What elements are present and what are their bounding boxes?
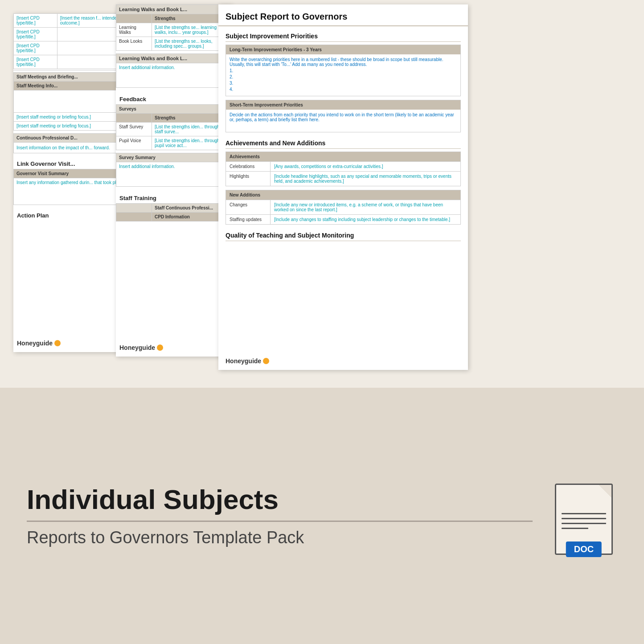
staffing-text: [Include any changes to staffing includi… <box>271 215 461 225</box>
longterm-item-2: 2. <box>230 74 457 79</box>
doc-icon-body: DOC <box>555 484 613 555</box>
honeyguide-logo-p2: Honeyguide <box>119 344 155 351</box>
document-page-2: Learning Walks and Book L... Strengths L… <box>116 4 232 357</box>
staff-meeting-row-2: [Insert staff meeting or briefing focus.… <box>14 122 129 131</box>
link-governor-title: Link Governor Visit... <box>13 157 129 169</box>
additional-info-text: Insert additional information. <box>116 63 232 88</box>
document-preview-area: [Insert CPD type/title.] [Insert the rea… <box>0 0 644 388</box>
report-title: Subject Report to Governors <box>218 4 468 26</box>
governor-summary-header: Governor Visit Summary <box>14 169 129 178</box>
highlights-label: Highlights <box>226 172 271 186</box>
achievements-section-title: Achievements and New Additions <box>218 137 468 148</box>
pupil-voice-label: Pupil Voice <box>116 136 152 150</box>
book-looks-label: Book Looks <box>116 37 152 51</box>
lw-book-header-2: Learning Walks and Book L... <box>116 54 232 63</box>
celebrations-label: Celebrations <box>226 162 271 172</box>
staff-survey-label: Staff Survey <box>116 123 152 136</box>
longterm-item-4: 4. <box>230 87 457 92</box>
changes-text: [Include any new or introduced items, e.… <box>271 200 461 215</box>
staff-meetings-header: Staff Meetings and Briefing... <box>14 73 129 82</box>
doc-icon: DOC <box>550 477 617 555</box>
achievements-table: Achievements Celebrations [Any awards, c… <box>226 152 461 186</box>
highlights-text: [Include headline highlights, such as an… <box>271 172 461 186</box>
governor-visit-text: Insert any information gathered durin...… <box>14 178 129 205</box>
longterm-instructions: Write the overarching priorities here in… <box>230 57 457 67</box>
lw-book-header: Learning Walks and Book L... <box>116 5 232 14</box>
staffing-label: Staffing updates <box>226 215 271 225</box>
surveys-title: Surveys <box>116 105 232 114</box>
new-additions-table: New Additions Changes [Include any new o… <box>226 190 461 225</box>
bottom-text-area: Individual Subjects Reports to Governors… <box>27 484 533 547</box>
cpd-type-2: [Insert CPD type/title.] <box>14 28 57 41</box>
bottom-subtitle: Reports to Governors Template Pack <box>27 528 533 547</box>
improvement-section-title: Subject Improvement Priorities <box>218 30 468 41</box>
staff-training-title: Staff Training <box>116 191 232 203</box>
celebrations-text: [Any awards, competitions or extra-curri… <box>271 162 461 172</box>
cpd-section-header: Continuous Professional D... <box>14 134 129 143</box>
cpd-type-4: [Insert CPD type/title.] <box>14 55 57 69</box>
longterm-header: Long-Term Improvement Priorities - 3 Yea… <box>226 45 460 54</box>
longterm-item-1: 1. <box>230 68 457 73</box>
bottom-section: Individual Subjects Reports to Governors… <box>0 388 644 644</box>
staff-meeting-col-header: Staff Meeting Info... <box>14 82 129 90</box>
shortterm-priority-box: Short-Term Improvement Priorities Decide… <box>226 100 461 132</box>
shortterm-header: Short-Term Improvement Priorities <box>226 100 460 110</box>
shortterm-text: Decide on the actions from each priority… <box>230 112 457 122</box>
learning-walks-label: Learning Walks <box>116 23 152 37</box>
cpd-impact-text: Insert information on the impact of th..… <box>14 143 129 153</box>
survey-additional-text: Insert additional information. <box>116 162 232 187</box>
longterm-priority-box: Long-Term Improvement Priorities - 3 Yea… <box>226 45 461 96</box>
cpd-type-3: [Insert CPD type/title.] <box>14 41 57 55</box>
doc-icon-area: DOC <box>550 477 617 555</box>
feedback-title: Feedback <box>116 92 232 104</box>
changes-label: Changes <box>226 200 271 215</box>
survey-summary-header: Survey Summary <box>116 153 232 162</box>
bottom-divider <box>27 521 533 522</box>
quality-section-title: Quality of Teaching and Subject Monitori… <box>218 229 468 241</box>
cpd-type-1: [Insert CPD type/title.] <box>14 14 57 28</box>
bottom-main-title: Individual Subjects <box>27 484 533 515</box>
doc-badge: DOC <box>566 541 602 557</box>
achievements-header: Achievements <box>226 152 461 162</box>
longterm-item-3: 3. <box>230 81 457 86</box>
document-page-1: [Insert CPD type/title.] [Insert the rea… <box>13 13 129 352</box>
action-plan-title: Action Plan <box>13 209 129 221</box>
staff-meeting-row-1: [Insert staff meeting or briefing focus.… <box>14 113 129 122</box>
new-additions-header: New Additions <box>226 190 461 200</box>
honeyguide-logo-p3: Honeyguide <box>226 357 261 365</box>
honeyguide-logo-p1: Honeyguide <box>17 340 53 347</box>
document-page-3: Subject Report to Governors Subject Impr… <box>218 4 468 370</box>
